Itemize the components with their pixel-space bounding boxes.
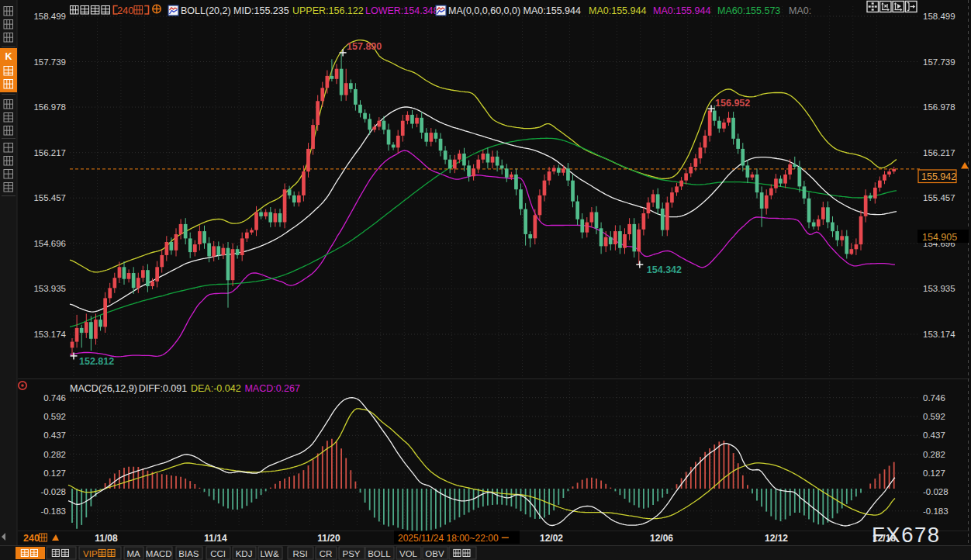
svg-text:12/06: 12/06: [650, 533, 673, 544]
svg-text:MACD: MACD: [146, 549, 172, 558]
svg-text:OBV: OBV: [425, 549, 444, 558]
svg-text:BOLL(20,2) MID:155.235: BOLL(20,2) MID:155.235: [181, 5, 289, 16]
svg-text:158.499: 158.499: [923, 12, 955, 21]
svg-text:0.127: 0.127: [43, 468, 66, 478]
svg-text:157.739: 157.739: [33, 57, 66, 67]
svg-text:-0.028: -0.028: [923, 487, 949, 496]
svg-text:155.457: 155.457: [923, 193, 955, 202]
svg-text:154.342: 154.342: [647, 264, 682, 275]
svg-text:MA0:: MA0:: [789, 5, 811, 16]
svg-text:0.437: 0.437: [43, 430, 66, 440]
svg-text:153.935: 153.935: [923, 284, 955, 293]
svg-text:156.217: 156.217: [33, 148, 66, 157]
svg-text:156.978: 156.978: [33, 102, 66, 112]
svg-text:154.696: 154.696: [33, 239, 66, 248]
svg-text:MA(0,0,0,60,0,0) MA0:155.944: MA(0,0,0,60,0,0) MA0:155.944: [448, 5, 581, 16]
svg-text:240: 240: [23, 533, 40, 544]
svg-text:0.592: 0.592: [923, 412, 945, 421]
svg-text:155.942: 155.942: [921, 171, 956, 182]
svg-text:-0.028: -0.028: [40, 487, 66, 496]
svg-text:BIAS: BIAS: [178, 549, 199, 558]
svg-text:153.935: 153.935: [33, 284, 66, 293]
svg-text:VIP: VIP: [83, 549, 98, 558]
svg-text:LOWER:154.348: LOWER:154.348: [365, 5, 439, 16]
svg-text:0.592: 0.592: [43, 412, 66, 421]
svg-text:240: 240: [117, 5, 134, 16]
svg-text:MACD:0.267: MACD:0.267: [244, 383, 300, 394]
svg-text:K: K: [5, 51, 12, 62]
svg-text:0.127: 0.127: [923, 468, 945, 478]
svg-text:0.746: 0.746: [43, 393, 66, 403]
svg-text:RSI: RSI: [293, 549, 308, 558]
svg-text:MA60:155.573: MA60:155.573: [717, 5, 780, 16]
svg-text:MACD(26,12,9): MACD(26,12,9): [70, 383, 137, 394]
svg-text:11/08: 11/08: [95, 533, 118, 544]
svg-text:-0.183: -0.183: [40, 506, 66, 516]
svg-text:156.217: 156.217: [923, 148, 955, 157]
svg-text:156.978: 156.978: [923, 102, 955, 112]
svg-text:KDJ: KDJ: [236, 549, 253, 558]
svg-text:DEA:-0.042: DEA:-0.042: [191, 383, 241, 394]
svg-text:CCI: CCI: [210, 549, 226, 558]
svg-text:157.890: 157.890: [347, 41, 382, 52]
svg-text:LW&: LW&: [261, 549, 279, 558]
svg-text:VOL: VOL: [399, 549, 418, 558]
svg-text:BOLL: BOLL: [368, 549, 391, 558]
svg-text:0.437: 0.437: [923, 430, 945, 440]
svg-text:0.746: 0.746: [923, 393, 945, 403]
svg-text:153.174: 153.174: [33, 330, 66, 339]
svg-text:12/12: 12/12: [765, 533, 788, 544]
svg-text:158.499: 158.499: [33, 12, 66, 21]
svg-text:11/20: 11/20: [317, 533, 340, 544]
svg-text:DIFF:0.091: DIFF:0.091: [139, 383, 188, 394]
svg-text:0.282: 0.282: [43, 450, 66, 459]
svg-text:FX678: FX678: [872, 523, 941, 547]
svg-text:PSY: PSY: [343, 549, 361, 558]
svg-text:154.905: 154.905: [922, 232, 957, 243]
svg-text:UPPER:156.122: UPPER:156.122: [292, 5, 364, 16]
svg-text:MA0:155.944: MA0:155.944: [653, 5, 710, 16]
svg-text:-0.183: -0.183: [923, 506, 949, 516]
svg-text:MA: MA: [127, 549, 141, 558]
svg-text:0.282: 0.282: [923, 450, 945, 459]
svg-text:152.812: 152.812: [79, 356, 114, 367]
svg-text:CR: CR: [320, 549, 333, 558]
svg-text:12/02: 12/02: [540, 533, 563, 544]
svg-text:155.457: 155.457: [33, 193, 66, 202]
svg-text:11/14: 11/14: [204, 533, 227, 544]
svg-text:153.174: 153.174: [923, 330, 955, 339]
svg-text:157.739: 157.739: [923, 57, 955, 67]
svg-text:MA0:155.944: MA0:155.944: [589, 5, 646, 16]
svg-text:2025/11/24 18:00~22:00: 2025/11/24 18:00~22:00: [398, 533, 499, 544]
svg-text:156.952: 156.952: [715, 98, 750, 109]
